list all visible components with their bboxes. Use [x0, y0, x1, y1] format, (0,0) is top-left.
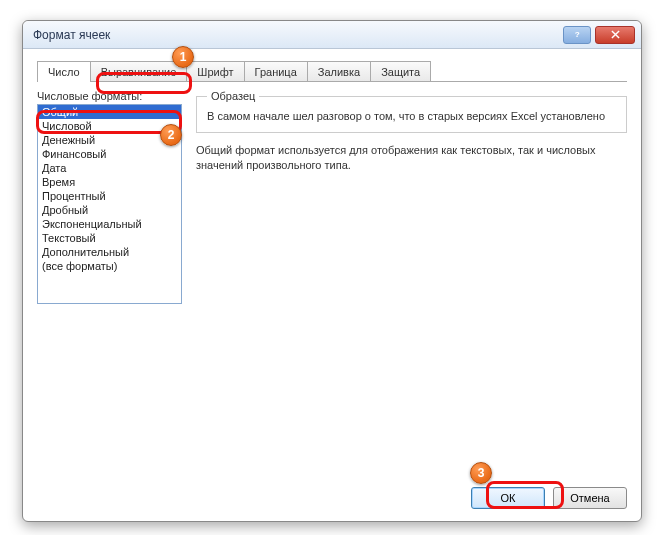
format-item-currency[interactable]: Денежный: [38, 133, 181, 147]
dialog-content: Число Выравнивание Шрифт Граница Заливка…: [23, 49, 641, 475]
format-item-special[interactable]: Дополнительный: [38, 245, 181, 259]
tab-protection[interactable]: Защита: [370, 61, 431, 81]
tab-alignment[interactable]: Выравнивание: [90, 61, 188, 81]
sample-box: Образец В самом начале шел разговор о то…: [196, 90, 627, 133]
tab-border[interactable]: Граница: [244, 61, 308, 81]
window-title: Формат ячеек: [33, 28, 559, 42]
format-item-fraction[interactable]: Дробный: [38, 203, 181, 217]
close-button[interactable]: [595, 26, 635, 44]
format-item-time[interactable]: Время: [38, 175, 181, 189]
ok-button[interactable]: ОК: [471, 487, 545, 509]
format-item-text[interactable]: Текстовый: [38, 231, 181, 245]
dialog-footer: ОК Отмена: [23, 475, 641, 521]
format-list[interactable]: Общий Числовой Денежный Финансовый Дата …: [37, 104, 182, 304]
format-item-custom[interactable]: (все форматы): [38, 259, 181, 273]
tab-number[interactable]: Число: [37, 61, 91, 81]
tab-pane-number: Числовые форматы: Общий Числовой Денежны…: [37, 90, 627, 458]
tab-fill[interactable]: Заливка: [307, 61, 371, 81]
format-item-number[interactable]: Числовой: [38, 119, 181, 133]
format-item-scientific[interactable]: Экспоненциальный: [38, 217, 181, 231]
sample-legend: Образец: [207, 90, 259, 102]
close-icon: [611, 30, 620, 39]
svg-text:?: ?: [574, 30, 579, 39]
format-item-general[interactable]: Общий: [38, 105, 181, 119]
cancel-button[interactable]: Отмена: [553, 487, 627, 509]
format-description: Общий формат используется для отображени…: [196, 143, 627, 173]
tab-strip: Число Выравнивание Шрифт Граница Заливка…: [37, 61, 627, 82]
format-item-date[interactable]: Дата: [38, 161, 181, 175]
left-column: Числовые форматы: Общий Числовой Денежны…: [37, 90, 182, 458]
format-cells-dialog: Формат ячеек ? Число Выравнивание Шрифт …: [22, 20, 642, 522]
right-column: Образец В самом начале шел разговор о то…: [182, 90, 627, 458]
help-button[interactable]: ?: [563, 26, 591, 44]
tab-font[interactable]: Шрифт: [186, 61, 244, 81]
formats-label: Числовые форматы:: [37, 90, 182, 102]
titlebar: Формат ячеек ?: [23, 21, 641, 49]
format-item-percent[interactable]: Процентный: [38, 189, 181, 203]
help-icon: ?: [573, 30, 582, 39]
format-item-accounting[interactable]: Финансовый: [38, 147, 181, 161]
sample-text: В самом начале шел разговор о том, что в…: [207, 110, 616, 122]
